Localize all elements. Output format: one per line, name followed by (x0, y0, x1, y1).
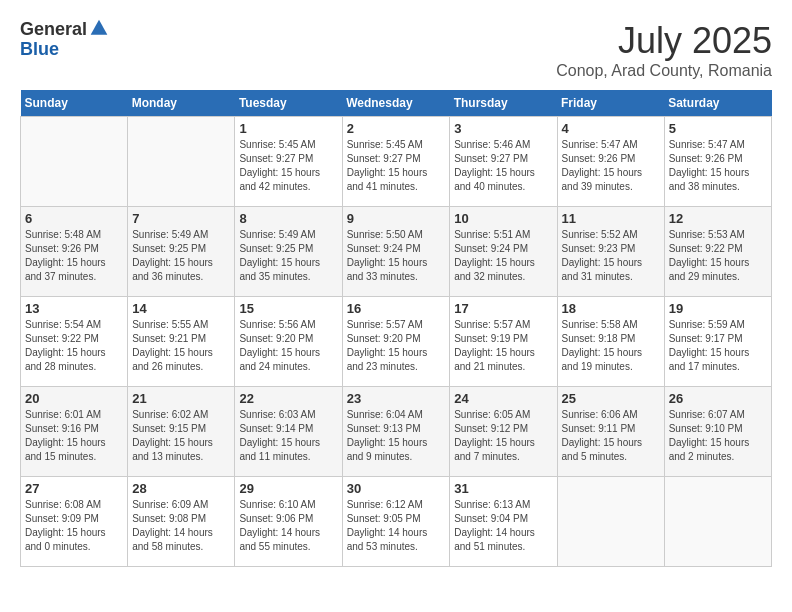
day-number: 7 (132, 211, 230, 226)
day-info: Sunrise: 6:02 AMSunset: 9:15 PMDaylight:… (132, 408, 230, 464)
day-number: 23 (347, 391, 446, 406)
day-info: Sunrise: 5:50 AMSunset: 9:24 PMDaylight:… (347, 228, 446, 284)
page-header: General Blue July 2025 Conop, Arad Count… (20, 20, 772, 80)
calendar-header-friday: Friday (557, 90, 664, 117)
day-info: Sunrise: 6:10 AMSunset: 9:06 PMDaylight:… (239, 498, 337, 554)
calendar-header-sunday: Sunday (21, 90, 128, 117)
day-info: Sunrise: 6:04 AMSunset: 9:13 PMDaylight:… (347, 408, 446, 464)
day-info: Sunrise: 5:49 AMSunset: 9:25 PMDaylight:… (132, 228, 230, 284)
month-year: July 2025 (556, 20, 772, 62)
calendar-header-tuesday: Tuesday (235, 90, 342, 117)
day-info: Sunrise: 5:57 AMSunset: 9:20 PMDaylight:… (347, 318, 446, 374)
day-info: Sunrise: 6:06 AMSunset: 9:11 PMDaylight:… (562, 408, 660, 464)
day-number: 29 (239, 481, 337, 496)
day-number: 10 (454, 211, 552, 226)
day-info: Sunrise: 6:05 AMSunset: 9:12 PMDaylight:… (454, 408, 552, 464)
calendar-cell: 24Sunrise: 6:05 AMSunset: 9:12 PMDayligh… (450, 387, 557, 477)
day-number: 1 (239, 121, 337, 136)
calendar-cell: 11Sunrise: 5:52 AMSunset: 9:23 PMDayligh… (557, 207, 664, 297)
day-number: 22 (239, 391, 337, 406)
calendar-cell: 19Sunrise: 5:59 AMSunset: 9:17 PMDayligh… (664, 297, 771, 387)
calendar-cell: 25Sunrise: 6:06 AMSunset: 9:11 PMDayligh… (557, 387, 664, 477)
day-info: Sunrise: 5:47 AMSunset: 9:26 PMDaylight:… (669, 138, 767, 194)
day-number: 30 (347, 481, 446, 496)
calendar-cell: 29Sunrise: 6:10 AMSunset: 9:06 PMDayligh… (235, 477, 342, 567)
calendar-cell: 21Sunrise: 6:02 AMSunset: 9:15 PMDayligh… (128, 387, 235, 477)
svg-marker-0 (91, 20, 108, 35)
calendar-cell: 30Sunrise: 6:12 AMSunset: 9:05 PMDayligh… (342, 477, 450, 567)
calendar-cell: 16Sunrise: 5:57 AMSunset: 9:20 PMDayligh… (342, 297, 450, 387)
day-number: 28 (132, 481, 230, 496)
calendar-cell: 3Sunrise: 5:46 AMSunset: 9:27 PMDaylight… (450, 117, 557, 207)
calendar-cell (664, 477, 771, 567)
calendar-week-row: 6Sunrise: 5:48 AMSunset: 9:26 PMDaylight… (21, 207, 772, 297)
calendar-header-saturday: Saturday (664, 90, 771, 117)
calendar-cell: 23Sunrise: 6:04 AMSunset: 9:13 PMDayligh… (342, 387, 450, 477)
day-number: 8 (239, 211, 337, 226)
calendar-cell: 13Sunrise: 5:54 AMSunset: 9:22 PMDayligh… (21, 297, 128, 387)
day-info: Sunrise: 5:59 AMSunset: 9:17 PMDaylight:… (669, 318, 767, 374)
title-section: July 2025 Conop, Arad County, Romania (556, 20, 772, 80)
day-number: 25 (562, 391, 660, 406)
day-number: 20 (25, 391, 123, 406)
calendar-cell: 1Sunrise: 5:45 AMSunset: 9:27 PMDaylight… (235, 117, 342, 207)
day-info: Sunrise: 5:45 AMSunset: 9:27 PMDaylight:… (347, 138, 446, 194)
calendar-cell: 20Sunrise: 6:01 AMSunset: 9:16 PMDayligh… (21, 387, 128, 477)
calendar-week-row: 1Sunrise: 5:45 AMSunset: 9:27 PMDaylight… (21, 117, 772, 207)
calendar-cell: 31Sunrise: 6:13 AMSunset: 9:04 PMDayligh… (450, 477, 557, 567)
logo-general: General (20, 20, 87, 40)
day-info: Sunrise: 6:12 AMSunset: 9:05 PMDaylight:… (347, 498, 446, 554)
day-number: 12 (669, 211, 767, 226)
day-number: 6 (25, 211, 123, 226)
day-info: Sunrise: 5:48 AMSunset: 9:26 PMDaylight:… (25, 228, 123, 284)
calendar-header-thursday: Thursday (450, 90, 557, 117)
day-info: Sunrise: 6:07 AMSunset: 9:10 PMDaylight:… (669, 408, 767, 464)
calendar-week-row: 27Sunrise: 6:08 AMSunset: 9:09 PMDayligh… (21, 477, 772, 567)
day-number: 11 (562, 211, 660, 226)
logo-text: General Blue (20, 20, 109, 60)
calendar-cell: 14Sunrise: 5:55 AMSunset: 9:21 PMDayligh… (128, 297, 235, 387)
calendar-cell: 8Sunrise: 5:49 AMSunset: 9:25 PMDaylight… (235, 207, 342, 297)
day-info: Sunrise: 5:54 AMSunset: 9:22 PMDaylight:… (25, 318, 123, 374)
day-number: 24 (454, 391, 552, 406)
calendar-cell: 5Sunrise: 5:47 AMSunset: 9:26 PMDaylight… (664, 117, 771, 207)
calendar-table: SundayMondayTuesdayWednesdayThursdayFrid… (20, 90, 772, 567)
logo-blue: Blue (20, 40, 109, 60)
day-number: 2 (347, 121, 446, 136)
calendar-cell: 9Sunrise: 5:50 AMSunset: 9:24 PMDaylight… (342, 207, 450, 297)
day-number: 31 (454, 481, 552, 496)
day-number: 4 (562, 121, 660, 136)
day-info: Sunrise: 5:49 AMSunset: 9:25 PMDaylight:… (239, 228, 337, 284)
day-number: 15 (239, 301, 337, 316)
day-number: 16 (347, 301, 446, 316)
calendar-header-monday: Monday (128, 90, 235, 117)
location: Conop, Arad County, Romania (556, 62, 772, 80)
day-number: 5 (669, 121, 767, 136)
day-number: 13 (25, 301, 123, 316)
day-number: 26 (669, 391, 767, 406)
day-number: 3 (454, 121, 552, 136)
calendar-header-wednesday: Wednesday (342, 90, 450, 117)
calendar-cell (21, 117, 128, 207)
day-info: Sunrise: 5:58 AMSunset: 9:18 PMDaylight:… (562, 318, 660, 374)
day-info: Sunrise: 5:55 AMSunset: 9:21 PMDaylight:… (132, 318, 230, 374)
day-number: 14 (132, 301, 230, 316)
calendar-cell: 4Sunrise: 5:47 AMSunset: 9:26 PMDaylight… (557, 117, 664, 207)
calendar-cell: 18Sunrise: 5:58 AMSunset: 9:18 PMDayligh… (557, 297, 664, 387)
calendar-cell: 15Sunrise: 5:56 AMSunset: 9:20 PMDayligh… (235, 297, 342, 387)
day-info: Sunrise: 5:51 AMSunset: 9:24 PMDaylight:… (454, 228, 552, 284)
day-info: Sunrise: 6:08 AMSunset: 9:09 PMDaylight:… (25, 498, 123, 554)
day-number: 18 (562, 301, 660, 316)
calendar-cell (557, 477, 664, 567)
day-info: Sunrise: 5:57 AMSunset: 9:19 PMDaylight:… (454, 318, 552, 374)
day-info: Sunrise: 5:46 AMSunset: 9:27 PMDaylight:… (454, 138, 552, 194)
day-info: Sunrise: 5:52 AMSunset: 9:23 PMDaylight:… (562, 228, 660, 284)
day-info: Sunrise: 6:01 AMSunset: 9:16 PMDaylight:… (25, 408, 123, 464)
day-number: 27 (25, 481, 123, 496)
calendar-header-row: SundayMondayTuesdayWednesdayThursdayFrid… (21, 90, 772, 117)
day-number: 9 (347, 211, 446, 226)
logo-icon (89, 18, 109, 38)
calendar-week-row: 20Sunrise: 6:01 AMSunset: 9:16 PMDayligh… (21, 387, 772, 477)
day-number: 19 (669, 301, 767, 316)
calendar-cell (128, 117, 235, 207)
